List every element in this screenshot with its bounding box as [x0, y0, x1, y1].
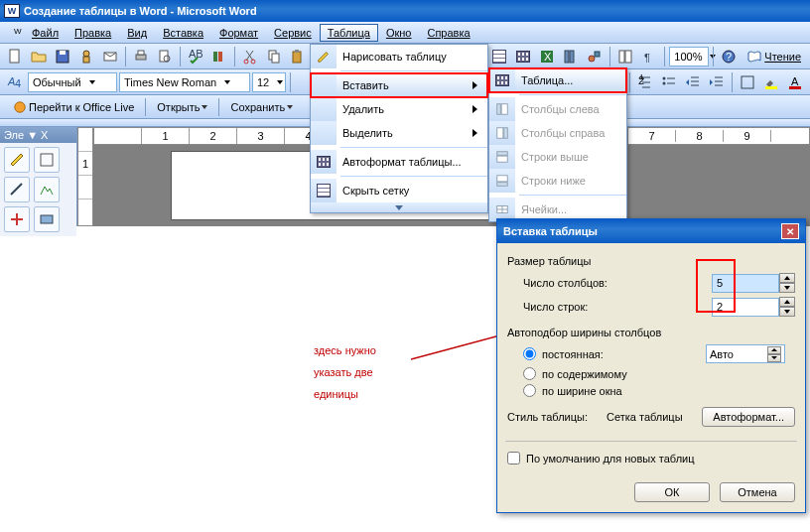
cols-left-icon	[495, 102, 509, 116]
tables-borders-button[interactable]	[488, 46, 510, 67]
cancel-button[interactable]: Отмена	[720, 482, 795, 502]
cols-spin-down[interactable]	[779, 283, 795, 293]
insert-submenu: Таблица... Столбцы слева Столбцы справа …	[488, 67, 627, 222]
help-button[interactable]: ?	[718, 46, 740, 67]
submenu-table[interactable]: Таблица...	[489, 68, 626, 92]
preview-button[interactable]	[154, 46, 176, 67]
svg-text:A: A	[791, 75, 799, 87]
radio-fixed[interactable]	[523, 347, 536, 360]
default-checkbox[interactable]	[507, 452, 520, 465]
menu-delete[interactable]: Удалить	[311, 97, 487, 121]
svg-rect-2	[60, 51, 66, 55]
copy-button[interactable]	[263, 46, 285, 67]
menu-autoformat[interactable]: Автоформат таблицы...	[311, 150, 487, 174]
taskpane-btn-1[interactable]	[4, 147, 30, 173]
style-value: Сетка таблицы	[607, 411, 702, 423]
taskpane-btn-6[interactable]	[34, 206, 60, 232]
decrease-indent-button[interactable]	[682, 71, 704, 93]
taskpane-btn-4[interactable]	[34, 177, 60, 202]
radio-content[interactable]	[523, 367, 536, 380]
styles-pane-button[interactable]: A4	[4, 71, 26, 93]
menu-insert[interactable]: Вставка	[155, 24, 211, 42]
svg-rect-43	[41, 154, 53, 166]
cols-spin-up[interactable]	[779, 273, 795, 283]
menu-window[interactable]: Окно	[378, 24, 420, 42]
radio-content-label: по содержимому	[542, 368, 795, 380]
menu-bar: WФайл Правка Вид Вставка Формат Сервис Т…	[0, 22, 810, 44]
rows-spin-down[interactable]	[779, 307, 795, 317]
office-live-save[interactable]: Сохранить	[223, 97, 300, 117]
doc-map-button[interactable]	[614, 46, 636, 67]
email-button[interactable]	[99, 46, 121, 67]
font-color-button[interactable]: A	[784, 71, 806, 93]
numbering-button[interactable]: 12	[634, 71, 656, 93]
table-icon	[495, 74, 509, 86]
ok-button[interactable]: ОК	[634, 482, 710, 502]
permissions-button[interactable]	[75, 46, 97, 67]
svg-rect-39	[765, 86, 777, 89]
font-combo[interactable]: Times New Roman	[119, 72, 250, 92]
bullets-button[interactable]	[658, 71, 680, 93]
svg-rect-4	[83, 57, 89, 63]
new-doc-button[interactable]	[4, 46, 26, 67]
dialog-close-button[interactable]: ✕	[781, 223, 799, 239]
menu-format[interactable]: Формат	[211, 24, 266, 42]
menu-view[interactable]: Вид	[119, 24, 155, 42]
cells-icon	[495, 202, 509, 216]
show-marks-button[interactable]: ¶	[638, 46, 660, 67]
cols-input[interactable]	[712, 274, 779, 293]
submenu-arrow-icon	[472, 129, 477, 137]
vertical-ruler: 1	[77, 127, 93, 226]
menu-table[interactable]: Таблица	[320, 24, 378, 42]
svg-rect-6	[136, 55, 146, 60]
columns-button[interactable]	[560, 46, 582, 67]
menu-insert[interactable]: Вставить	[311, 73, 487, 97]
svg-rect-49	[497, 152, 508, 156]
pencil-icon	[317, 50, 331, 64]
excel-button[interactable]: X	[536, 46, 558, 67]
dialog-title-bar[interactable]: Вставка таблицы ✕	[497, 219, 805, 243]
task-pane-title: Эле ▼ X	[0, 127, 76, 143]
paste-button[interactable]	[287, 46, 309, 67]
menu-select[interactable]: Выделить	[311, 121, 487, 145]
increase-indent-button[interactable]	[706, 71, 728, 93]
svg-rect-45	[497, 104, 501, 115]
office-live-open[interactable]: Открыть	[150, 97, 214, 117]
drawing-button[interactable]	[584, 46, 606, 67]
rows-below-icon	[495, 174, 509, 188]
open-button[interactable]	[28, 46, 50, 67]
menu-edit[interactable]: Правка	[67, 24, 119, 42]
taskpane-btn-2[interactable]	[34, 147, 60, 173]
svg-rect-11	[213, 52, 217, 62]
svg-rect-18	[295, 50, 299, 53]
fixed-width-select[interactable]: Авто	[706, 344, 785, 363]
menu-service[interactable]: Сервис	[266, 24, 320, 42]
menu-expand-chevron[interactable]	[311, 202, 487, 212]
read-mode-button[interactable]: Чтение	[742, 46, 806, 67]
size-combo[interactable]: 12	[252, 72, 286, 92]
menu-help[interactable]: Справка	[419, 24, 477, 42]
submenu-cols-right: Столбцы справа	[489, 121, 626, 145]
spelling-button[interactable]: ABC	[185, 46, 206, 67]
autoformat-button[interactable]: Автоформат...	[702, 407, 795, 427]
menu-hide-grid[interactable]: Скрыть сетку	[311, 179, 487, 202]
rows-spin-up[interactable]	[779, 297, 795, 307]
save-button[interactable]	[52, 46, 73, 67]
menu-draw-table[interactable]: Нарисовать таблицу	[311, 45, 487, 68]
menu-file[interactable]: WФайл	[6, 24, 67, 42]
office-live-goto[interactable]: Перейти к Office Live	[6, 97, 141, 117]
cut-button[interactable]	[239, 46, 261, 67]
zoom-combo[interactable]: 100%	[669, 47, 709, 66]
taskpane-btn-5[interactable]	[4, 206, 30, 232]
svg-rect-44	[41, 215, 53, 223]
highlight-button[interactable]	[760, 71, 782, 93]
rows-input[interactable]	[712, 298, 779, 317]
research-button[interactable]	[208, 46, 230, 67]
style-combo[interactable]: Обычный	[28, 72, 117, 92]
default-checkbox-label: По умолчанию для новых таблиц	[526, 453, 695, 465]
print-button[interactable]	[130, 46, 152, 67]
taskpane-btn-3[interactable]	[4, 177, 30, 202]
insert-table-button[interactable]	[512, 46, 534, 67]
radio-window[interactable]	[523, 384, 536, 397]
borders-button[interactable]	[737, 71, 758, 93]
